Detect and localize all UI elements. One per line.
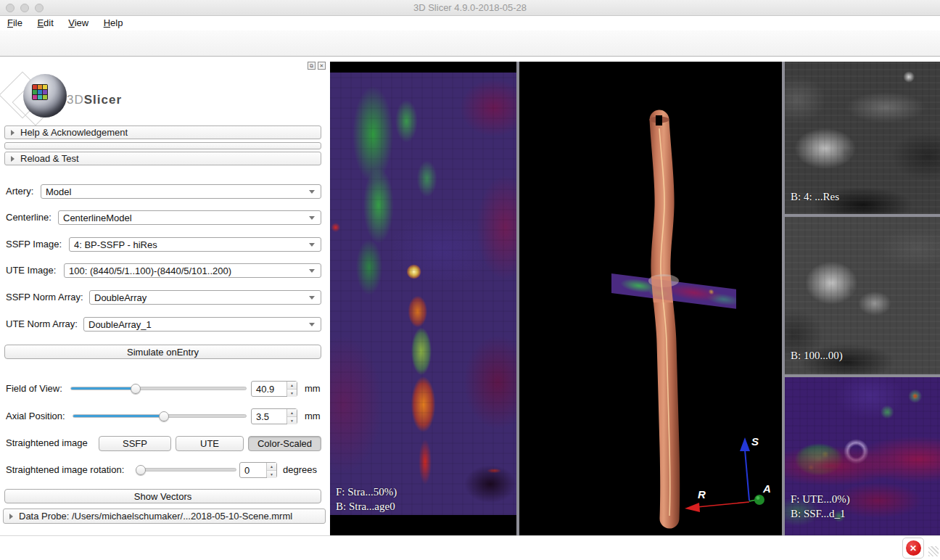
view-corner-annotation: B: 4: ...Res: [791, 189, 839, 204]
slider-handle[interactable]: [131, 384, 141, 394]
undock-panel-icon[interactable]: ⧉: [308, 62, 316, 70]
error-close-icon: ✕: [906, 540, 921, 556]
centerline-selector[interactable]: CenterlineModel: [58, 210, 321, 225]
artery-selector[interactable]: Model: [41, 184, 321, 199]
status-bar: ✕: [0, 535, 940, 560]
rotation-spinbox[interactable]: 0 ▲▼: [239, 462, 277, 478]
window-title: 3D Slicer 4.9.0-2018-05-28: [0, 2, 940, 13]
chevron-down-icon: [309, 243, 315, 247]
spin-arrows-icon[interactable]: ▲▼: [286, 382, 297, 396]
field-of-view-spinbox[interactable]: 40.9 ▲▼: [251, 381, 297, 397]
slice-view-column: B: 4: ...Res B: 100...00) F: UTE...0%) B…: [785, 62, 940, 535]
chevron-down-icon: [309, 323, 315, 326]
ute-norm-selector[interactable]: DoubleArray_1: [83, 317, 321, 332]
centerline-label: Centerline:: [6, 212, 51, 223]
artery-label: Artery:: [6, 186, 33, 197]
slider-handle[interactable]: [136, 465, 146, 475]
ute-button[interactable]: UTE: [176, 436, 244, 451]
slice-view-green[interactable]: F: UTE...0%) B: SSF...d_1: [785, 377, 940, 535]
help-acknowledgement-collapsible[interactable]: Help & Acknowledgement: [4, 125, 321, 139]
view-corner-annotation: B: 100...00): [791, 348, 843, 363]
axis-label-a: A: [763, 482, 771, 495]
axis-label-r: R: [698, 488, 706, 501]
chevron-down-icon: [309, 190, 315, 194]
ute-norm-label: UTE Norm Array:: [6, 318, 78, 329]
data-probe-collapsible[interactable]: Data Probe: /Users/michaelschumaker/...2…: [3, 508, 326, 524]
view-corner-annotation: F: Stra...50%) B: Stra...age0: [336, 485, 397, 514]
rotation-slider[interactable]: [136, 468, 236, 472]
rotation-label: Straightened image rotation:: [6, 464, 124, 475]
empty-collapsed-frame: [4, 142, 321, 149]
logo-text: 3DSlicer: [67, 93, 122, 107]
field-of-view-slider[interactable]: [70, 387, 247, 390]
menu-edit[interactable]: Edit: [37, 17, 53, 28]
collapse-arrow-icon: [11, 130, 15, 136]
slicer-logo: 3DSlicer: [4, 70, 135, 125]
color-scaled-button[interactable]: Color-Scaled: [248, 436, 321, 451]
ute-image-selector-row: UTE Image: 100: (8440/5/1..100)-(8440/5/…: [0, 263, 330, 278]
ssfp-norm-selector-row: SSFP Norm Array: DoubleArray: [0, 290, 330, 305]
slider-handle[interactable]: [159, 411, 169, 421]
logo-color-grid: [32, 84, 48, 100]
orientation-axes: [519, 62, 782, 535]
ssfp-button[interactable]: SSFP: [99, 436, 171, 451]
resize-grip[interactable]: [928, 546, 939, 556]
show-vectors-button[interactable]: Show Vectors: [4, 489, 321, 503]
artery-selector-row: Artery: Model: [0, 184, 330, 199]
module-panel: ⧉ ✕ 3DSlicer Help & Acknowledgement Relo…: [0, 57, 330, 535]
menu-bar: File Edit View Help: [0, 16, 940, 30]
chevron-down-icon: [309, 269, 315, 273]
ute-norm-selector-row: UTE Norm Array: DoubleArray_1: [0, 317, 330, 332]
slicer-window: 3D Slicer 4.9.0-2018-05-28 File Edit Vie…: [0, 0, 940, 560]
ssfp-image-selector-row: SSFP Image: 4: BP-SSFP - hiRes: [0, 237, 330, 252]
ute-image-label: UTE Image:: [6, 265, 56, 276]
menu-help[interactable]: Help: [104, 17, 123, 28]
close-panel-icon[interactable]: ✕: [318, 62, 326, 70]
field-of-view-label: Field of View:: [6, 383, 62, 394]
axial-position-spinbox[interactable]: 3.5 ▲▼: [251, 408, 297, 424]
centerline-selector-row: Centerline: CenterlineModel: [0, 210, 330, 225]
spin-arrows-icon[interactable]: ▲▼: [266, 463, 276, 477]
ute-image-selector[interactable]: 100: (8440/5/1..100)-(8440/5/101..200): [64, 263, 321, 278]
chevron-down-icon: [309, 296, 315, 300]
spin-arrows-icon[interactable]: ▲▼: [286, 409, 297, 424]
ssfp-image-selector[interactable]: 4: BP-SSFP - hiRes: [69, 237, 321, 252]
main-toolbar: ▲ DATA ▼▲ DCM ▼ SAVE Modules: Navigation…: [0, 30, 940, 57]
reload-test-collapsible[interactable]: Reload & Test: [4, 152, 321, 165]
axial-position-label: Axial Position:: [6, 411, 65, 421]
axial-position-slider[interactable]: [73, 414, 247, 418]
straightened-image-view[interactable]: F: Stra...50%) B: Stra...age0: [330, 62, 516, 535]
title-bar: 3D Slicer 4.9.0-2018-05-28: [0, 0, 940, 16]
menu-file[interactable]: File: [7, 17, 22, 28]
collapse-arrow-icon: [11, 156, 15, 162]
error-log-button[interactable]: ✕: [902, 538, 924, 559]
ssfp-norm-selector[interactable]: DoubleArray: [89, 290, 321, 305]
straightened-image-label: Straightened image: [6, 437, 88, 448]
chevron-down-icon: [309, 216, 315, 220]
simulate-onentry-button[interactable]: Simulate onEntry: [4, 345, 321, 359]
axial-position-unit: mm: [305, 411, 321, 421]
ssfp-image-label: SSFP Image:: [6, 239, 62, 250]
menu-view[interactable]: View: [68, 17, 88, 28]
axis-label-s: S: [751, 435, 759, 448]
threed-view[interactable]: S R A: [519, 62, 782, 535]
view-layout: F: Stra...50%) B: Stra...age0: [330, 62, 940, 535]
color-scaled-image: [330, 73, 516, 515]
field-of-view-unit: mm: [305, 383, 321, 394]
ssfp-norm-label: SSFP Norm Array:: [6, 292, 83, 302]
slice-view-red[interactable]: B: 4: ...Res: [785, 62, 940, 214]
rotation-unit: degrees: [283, 464, 317, 475]
collapse-arrow-icon: [9, 514, 13, 519]
slice-view-yellow[interactable]: B: 100...00): [785, 217, 940, 374]
view-corner-annotation: F: UTE...0%) B: SSF...d_1: [791, 492, 850, 521]
